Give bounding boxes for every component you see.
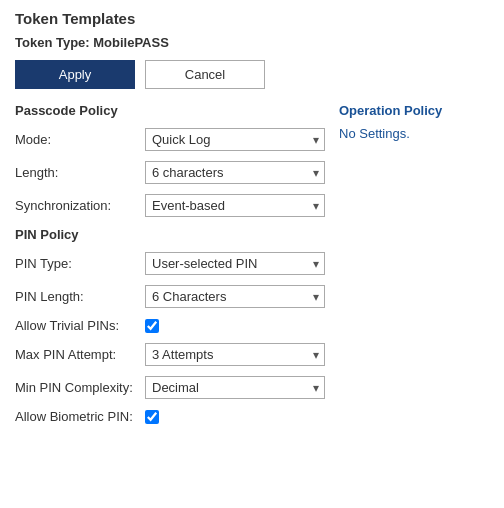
pin-length-row: PIN Length: 6 Characters 8 Characters 10… [15,285,329,308]
length-select-wrapper: 6 characters 8 characters 10 characters [145,161,325,184]
sync-row: Synchronization: Event-based Time-based [15,194,329,217]
sync-select[interactable]: Event-based Time-based [145,194,325,217]
page-title: Token Templates [15,10,489,27]
allow-trivial-label: Allow Trivial PINs: [15,318,145,333]
max-attempt-row: Max PIN Attempt: 3 Attempts 5 Attempts 1… [15,343,329,366]
max-attempt-select-wrapper: 3 Attempts 5 Attempts 10 Attempts [145,343,325,366]
pin-policy-section: PIN Policy PIN Type: User-selected PIN S… [15,227,329,424]
left-column: Passcode Policy Mode: Quick Log Standard… [15,103,329,434]
button-row: Apply Cancel [15,60,489,89]
pin-type-select[interactable]: User-selected PIN System-assigned PIN No… [145,252,325,275]
pin-type-row: PIN Type: User-selected PIN System-assig… [15,252,329,275]
length-row: Length: 6 characters 8 characters 10 cha… [15,161,329,184]
allow-biometric-row: Allow Biometric PIN: [15,409,329,424]
min-complexity-select-wrapper: Decimal Alphanumeric Alphanumeric + Spec… [145,376,325,399]
pin-length-select[interactable]: 6 Characters 8 Characters 10 Characters [145,285,325,308]
allow-trivial-checkbox-wrapper [145,319,159,333]
length-select[interactable]: 6 characters 8 characters 10 characters [145,161,325,184]
cancel-button[interactable]: Cancel [145,60,265,89]
operation-policy-value: No Settings. [339,126,489,141]
max-attempt-label: Max PIN Attempt: [15,347,145,362]
allow-biometric-checkbox-wrapper [145,410,159,424]
main-content: Passcode Policy Mode: Quick Log Standard… [15,103,489,434]
sync-label: Synchronization: [15,198,145,213]
min-complexity-row: Min PIN Complexity: Decimal Alphanumeric… [15,376,329,399]
pin-length-label: PIN Length: [15,289,145,304]
max-attempt-select[interactable]: 3 Attempts 5 Attempts 10 Attempts [145,343,325,366]
mode-label: Mode: [15,132,145,147]
mode-row: Mode: Quick Log Standard Enhanced [15,128,329,151]
allow-biometric-label: Allow Biometric PIN: [15,409,145,424]
passcode-policy-title: Passcode Policy [15,103,329,118]
right-column: Operation Policy No Settings. [329,103,489,434]
allow-trivial-checkbox[interactable] [145,319,159,333]
mode-select-wrapper: Quick Log Standard Enhanced [145,128,325,151]
allow-biometric-checkbox[interactable] [145,410,159,424]
pin-type-select-wrapper: User-selected PIN System-assigned PIN No… [145,252,325,275]
allow-trivial-row: Allow Trivial PINs: [15,318,329,333]
apply-button[interactable]: Apply [15,60,135,89]
passcode-policy-section: Passcode Policy Mode: Quick Log Standard… [15,103,329,217]
operation-policy-title: Operation Policy [339,103,489,118]
min-complexity-label: Min PIN Complexity: [15,380,145,395]
sync-select-wrapper: Event-based Time-based [145,194,325,217]
min-complexity-select[interactable]: Decimal Alphanumeric Alphanumeric + Spec… [145,376,325,399]
mode-select[interactable]: Quick Log Standard Enhanced [145,128,325,151]
length-label: Length: [15,165,145,180]
pin-length-select-wrapper: 6 Characters 8 Characters 10 Characters [145,285,325,308]
pin-policy-title: PIN Policy [15,227,329,242]
token-type: Token Type: MobilePASS [15,35,489,50]
pin-type-label: PIN Type: [15,256,145,271]
